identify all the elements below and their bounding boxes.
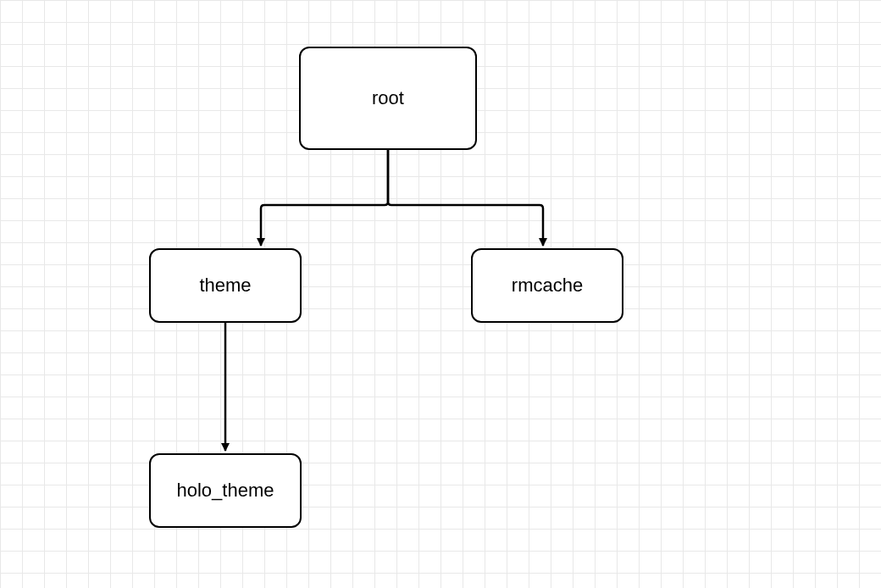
node-theme[interactable]: theme bbox=[149, 248, 302, 323]
node-rmcache[interactable]: rmcache bbox=[471, 248, 623, 323]
node-theme-label: theme bbox=[199, 275, 251, 297]
node-rmcache-label: rmcache bbox=[512, 275, 583, 297]
node-root-label: root bbox=[372, 87, 404, 109]
node-root[interactable]: root bbox=[299, 47, 477, 150]
node-holo-theme-label: holo_theme bbox=[177, 480, 274, 502]
node-holo-theme[interactable]: holo_theme bbox=[149, 453, 302, 528]
